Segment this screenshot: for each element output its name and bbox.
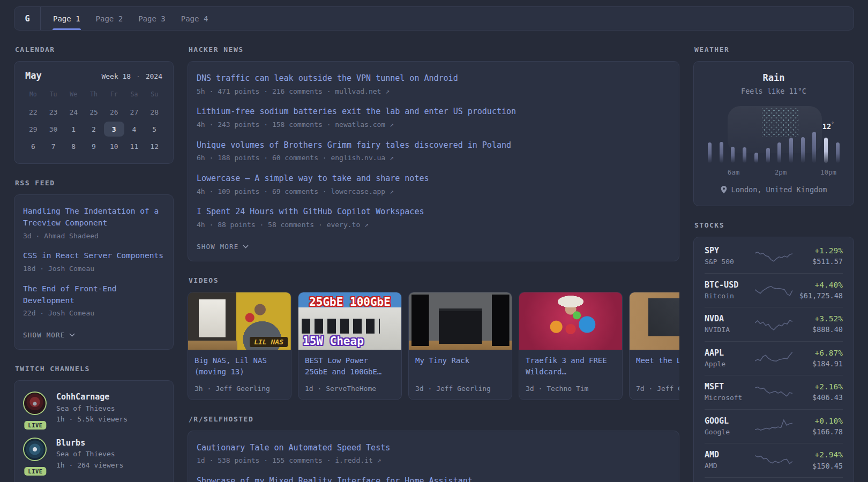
stocks-widget-title: STOCKS <box>694 221 854 229</box>
time-label: 6am <box>728 168 740 176</box>
article-link[interactable]: Lowercase – A simple way to take and sha… <box>197 172 670 185</box>
twitch-channel-row[interactable]: LIVECohhCarnageSea of Thieves1h · 5.5k v… <box>23 391 164 425</box>
video-card[interactable]: 25GbE 100GbE15W CheapBEST Low Power 25Gb… <box>298 292 402 400</box>
twitch-card: LIVECohhCarnageSea of Thieves1h · 5.5k v… <box>14 380 174 482</box>
show-more-button[interactable]: SHOW MORE <box>23 331 75 339</box>
calendar-card: May Week 18 · 2024 MoTuWeThFrSaSu 222324… <box>14 61 174 164</box>
live-badge: LIVE <box>24 421 46 430</box>
article-link[interactable]: The End of Front-End Development <box>23 283 164 307</box>
stock-change: +4.40% <box>792 280 843 290</box>
stock-row[interactable]: SPYS&P 500+1.29%$511.57 <box>705 239 843 273</box>
stock-quote: +2.94%$150.45 <box>792 449 843 471</box>
stock-row[interactable]: MSFTMicrosoft+2.16%$406.43 <box>705 375 843 409</box>
avatar-wrap: LIVE <box>23 438 48 471</box>
list-item: The End of Front-End Development22d · Jo… <box>23 283 164 319</box>
stock-row[interactable]: BTC-USDBitcoin+4.40%$61,725.48 <box>705 273 843 307</box>
stock-price: $406.43 <box>792 392 843 403</box>
weather-condition: Rain <box>705 72 843 83</box>
calendar-day: 28 <box>144 104 164 119</box>
stock-sparkline <box>755 282 792 298</box>
article-link[interactable]: DNS traffic can leak outside the VPN tun… <box>197 72 670 85</box>
rss-widget-title: RSS FEED <box>15 179 174 187</box>
tab-page-3[interactable]: Page 3 <box>138 7 166 30</box>
stock-name: S&P 500 <box>705 257 755 267</box>
video-title: BEST Low Power 25GbE and 100GbE Switch… <box>305 355 395 378</box>
weather-bar <box>743 147 746 163</box>
rss-widget: RSS FEED Handling The Indentation of a T… <box>14 179 174 350</box>
hackernews-card: DNS traffic can leak outside the VPN tun… <box>188 61 679 261</box>
video-thumbnail: 25GbE 100GbE15W Cheap <box>298 292 401 350</box>
avatar <box>23 438 47 461</box>
avatar <box>23 391 47 415</box>
stocks-card: SPYS&P 500+1.29%$511.57BTC-USDBitcoin+4.… <box>693 237 854 482</box>
stock-quote: +4.40%$61,725.48 <box>792 280 843 302</box>
weather-bar <box>836 142 840 163</box>
calendar-day: 6 <box>23 139 43 154</box>
article-link[interactable]: Unique volumes of Brothers Grimm fairy t… <box>197 139 670 152</box>
article-link[interactable]: Handling The Indentation of a Treeview C… <box>23 206 164 229</box>
article-link[interactable]: Cautionary Tale on Automated Speed Tests <box>197 442 670 454</box>
stock-price: $511.57 <box>792 256 843 267</box>
article-meta: 3d · Ahmad Shadeed <box>23 231 164 242</box>
tab-page-1[interactable]: Page 1 <box>53 7 81 30</box>
app-logo[interactable]: G <box>14 7 40 30</box>
stock-quote: +0.10%$166.78 <box>792 416 843 438</box>
right-column: WEATHER Rain Feels like 11°C 12° 6am2pm1… <box>693 46 854 482</box>
stock-row[interactable]: AMDAMD+2.94%$150.45 <box>705 443 843 477</box>
weekday-label: Mo <box>23 89 43 99</box>
calendar-header: May Week 18 · 2024 <box>23 70 164 81</box>
video-card[interactable]: Traefik 3 and FREE Wildcard…3d · Techno … <box>519 292 623 400</box>
video-card[interactable]: My Tiny Rack3d · Jeff Geerling <box>408 292 512 400</box>
article-link[interactable]: I Spent 24 Hours with GitHub Copilot Wor… <box>197 206 670 218</box>
video-title: My Tiny Rack <box>415 355 505 366</box>
stock-row[interactable]: RDDT-1.65% <box>705 477 843 482</box>
stock-change: +2.94% <box>792 449 843 460</box>
show-more-button[interactable]: SHOW MORE <box>197 243 249 251</box>
article-link[interactable]: Showcase of my Mixed Reality Interface f… <box>197 475 670 482</box>
stock-symbol: AMD <box>705 449 755 461</box>
article-link[interactable]: Lithium-free sodium batteries exit the l… <box>197 106 670 118</box>
weather-time-labels: 6am2pm10pm <box>706 167 841 177</box>
stock-quote: +1.29%$511.57 <box>792 245 843 267</box>
stock-change: +3.52% <box>792 313 843 324</box>
video-card[interactable]: LIL NASBig NAS, Lil NAS (moving 13)3h · … <box>188 292 291 400</box>
top-nav: G Page 1Page 2Page 3Page 4 <box>14 6 854 31</box>
weather-bars <box>706 111 841 163</box>
weather-bar <box>720 142 723 163</box>
stock-change: +6.87% <box>792 348 843 358</box>
twitch-channel-row[interactable]: LIVEBlurbsSea of Thieves1h · 264 viewers <box>23 438 164 471</box>
video-card[interactable]: FASMeet the Linux Clu7d · Jeff Geerling <box>629 292 679 400</box>
calendar-day-grid: 222324252627282930123456789101112 <box>23 104 164 154</box>
stock-id: BTC-USDBitcoin <box>705 280 755 302</box>
stock-row[interactable]: NVDANVIDIA+3.52%$888.40 <box>705 307 843 341</box>
weather-bar <box>824 138 828 163</box>
calendar-day: 26 <box>104 104 124 119</box>
calendar-week-year: Week 18 · 2024 <box>101 72 162 80</box>
calendar-day: 8 <box>63 139 84 154</box>
stock-name: Apple <box>705 359 755 370</box>
article-meta: 4h · 109 points · 69 comments · lowercas… <box>197 187 670 197</box>
calendar-day: 11 <box>124 139 145 154</box>
weather-bar <box>754 153 758 163</box>
weather-bar <box>789 138 793 163</box>
calendar-day: 29 <box>23 122 43 137</box>
stock-quote: +3.52%$888.40 <box>792 313 843 335</box>
stock-name: Google <box>705 427 755 438</box>
calendar-day: 22 <box>23 104 43 119</box>
stock-row[interactable]: AAPLApple+6.87%$184.91 <box>705 341 843 375</box>
video-title: Traefik 3 and FREE Wildcard… <box>526 355 616 378</box>
article-link[interactable]: CSS in React Server Components <box>23 250 164 262</box>
calendar-day: 25 <box>84 104 104 119</box>
hackernews-widget-title: HACKER NEWS <box>189 46 679 54</box>
calendar-widget: CALENDAR May Week 18 · 2024 MoTuWeThFrSa… <box>14 46 174 164</box>
tab-page-4[interactable]: Page 4 <box>181 7 209 30</box>
stock-row[interactable]: GOOGLGoogle+0.10%$166.78 <box>705 409 843 443</box>
weekday-label: Su <box>144 89 164 99</box>
stock-sparkline <box>755 316 792 332</box>
live-badge: LIVE <box>24 467 46 476</box>
tab-page-2[interactable]: Page 2 <box>95 7 124 30</box>
article-meta: 1d · 538 points · 155 comments · i.redd.… <box>197 456 670 466</box>
channel-name: CohhCarnage <box>56 391 128 402</box>
video-thumbnail: LIL NAS <box>188 292 291 350</box>
chevron-down-icon <box>69 333 75 337</box>
